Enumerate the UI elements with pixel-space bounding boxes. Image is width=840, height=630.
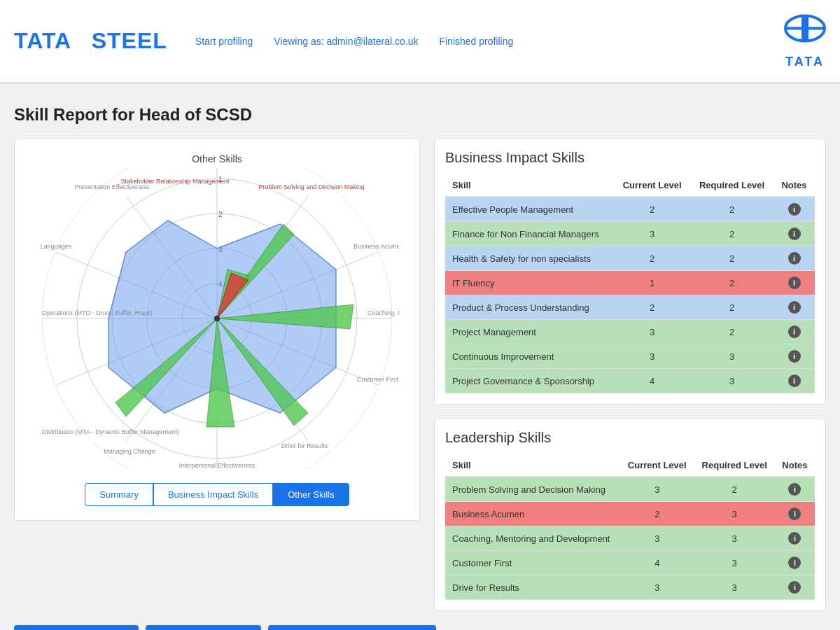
- logo-steel: STEEL: [92, 28, 167, 53]
- info-icon[interactable]: i: [788, 252, 801, 265]
- download-pdf-button[interactable]: Download as PDF ↓: [146, 625, 262, 630]
- current-level: 4: [614, 369, 690, 393]
- current-level: 3: [614, 222, 690, 246]
- notes-cell[interactable]: i: [774, 295, 815, 320]
- required-level: 3: [694, 551, 775, 575]
- svg-text:Interpersonal Effectiveness: Interpersonal Effectiveness: [179, 462, 255, 469]
- tab-other-skills[interactable]: Other Skills: [273, 483, 349, 506]
- required-level: 2: [690, 222, 774, 246]
- notes-cell[interactable]: i: [775, 551, 815, 575]
- notes-cell[interactable]: i: [774, 369, 815, 393]
- current-level: 2: [614, 295, 690, 320]
- tab-business-impact[interactable]: Business Impact Skills: [153, 483, 273, 506]
- tab-buttons: Summary Business Impact Skills Other Ski…: [29, 483, 405, 506]
- nav-finished-profiling[interactable]: Finished profiling: [439, 36, 513, 47]
- current-level: 2: [614, 246, 690, 271]
- info-icon[interactable]: i: [788, 581, 801, 594]
- logo-tata: TATA: [14, 28, 71, 53]
- skill-name: Continuous Improvement: [445, 344, 614, 369]
- notes-cell[interactable]: i: [774, 197, 815, 222]
- info-icon[interactable]: i: [788, 227, 801, 240]
- notes-cell[interactable]: i: [774, 246, 815, 271]
- table-row: Health & Safety for non specialists 2 2 …: [445, 246, 815, 271]
- notes-cell[interactable]: i: [775, 526, 815, 551]
- leadership-title: Leadership Skills: [445, 430, 815, 446]
- svg-text:Distribution (MTA - Dynamic Bu: Distribution (MTA - Dynamic Buffer Manag…: [42, 428, 179, 435]
- header: TATA STEEL Start profiling Viewing as: a…: [0, 0, 840, 84]
- info-icon[interactable]: i: [788, 507, 801, 520]
- required-level: 3: [690, 344, 774, 369]
- chart-title: Other Skills: [29, 153, 405, 164]
- right-panel: Business Impact Skills Skill Current Lev…: [434, 139, 826, 611]
- svg-text:Coaching, Mentoring and Develo: Coaching, Mentoring and Development: [368, 309, 399, 316]
- svg-text:Operations (MTO - Drum, Buffer: Operations (MTO - Drum, Buffer, Rope): [42, 309, 152, 316]
- required-level: 2: [690, 197, 774, 222]
- svg-text:Problem Solving and Decision M: Problem Solving and Decision Making: [258, 183, 365, 190]
- current-level: 2: [620, 502, 694, 526]
- notes-cell[interactable]: i: [774, 271, 815, 295]
- current-level: 3: [614, 320, 690, 344]
- business-impact-card: Business Impact Skills Skill Current Lev…: [434, 139, 826, 405]
- skill-name: Coaching, Mentoring and Development: [445, 526, 620, 551]
- table-row: Drive for Results 3 3 i: [445, 575, 815, 600]
- current-level: 4: [620, 551, 694, 575]
- nav-start-profiling[interactable]: Start profiling: [195, 36, 253, 47]
- notes-cell[interactable]: i: [775, 575, 815, 600]
- skill-name: Project Management: [445, 320, 614, 344]
- tata-right-text: TATA: [785, 55, 825, 69]
- main-content: Skill Report for Head of SCSD Other Skil…: [0, 84, 840, 630]
- info-icon[interactable]: i: [788, 326, 801, 338]
- radar-chart: 4 3 2 1: [35, 168, 399, 469]
- info-icon[interactable]: i: [788, 276, 801, 289]
- notes-cell[interactable]: i: [775, 477, 815, 502]
- info-icon[interactable]: i: [788, 301, 801, 314]
- svg-text:Customer First: Customer First: [357, 376, 399, 383]
- info-icon[interactable]: i: [788, 483, 801, 496]
- col-notes: Notes: [774, 174, 815, 197]
- skill-name: Customer First: [445, 551, 620, 575]
- required-level: 3: [690, 369, 774, 393]
- info-icon[interactable]: i: [788, 374, 801, 387]
- required-level: 3: [694, 526, 775, 551]
- svg-text:Drive for Results: Drive for Results: [281, 442, 328, 449]
- required-level: 2: [694, 477, 775, 502]
- nav-viewing-as[interactable]: Viewing as: admin@ilateral.co.uk: [274, 36, 418, 47]
- bottom-buttons: Submit This Report ↗ Download as PDF ↓ V…: [14, 625, 826, 630]
- view-directory-button[interactable]: View Development Directory 📍: [268, 625, 435, 630]
- table-row: Product & Process Understanding 2 2 i: [445, 295, 815, 320]
- table-row: Business Acumen 2 3 i: [445, 502, 815, 526]
- info-icon[interactable]: i: [788, 556, 801, 569]
- skill-name: Business Acumen: [445, 502, 620, 526]
- header-left: TATA STEEL Start profiling Viewing as: a…: [14, 28, 513, 54]
- skill-name: Health & Safety for non specialists: [445, 246, 614, 271]
- business-impact-title: Business Impact Skills: [445, 150, 815, 166]
- notes-cell[interactable]: i: [775, 502, 815, 526]
- skill-name: Effective People Management: [445, 197, 614, 222]
- required-level: 3: [694, 502, 775, 526]
- leadership-table: Skill Current Level Required Level Notes…: [445, 454, 815, 600]
- info-icon[interactable]: i: [788, 532, 801, 545]
- current-level: 3: [620, 477, 694, 502]
- col-required: Required Level: [690, 174, 774, 197]
- nav: Start profiling Viewing as: admin@ilater…: [195, 36, 514, 47]
- radar-container: 4 3 2 1: [29, 168, 405, 469]
- notes-cell[interactable]: i: [774, 320, 815, 344]
- skill-name: Product & Process Understanding: [445, 295, 614, 320]
- skill-name: IT Fluency: [445, 271, 614, 295]
- table-row: Continuous Improvement 3 3 i: [445, 344, 815, 369]
- submit-report-button[interactable]: Submit This Report ↗: [14, 625, 139, 630]
- current-level: 3: [614, 344, 690, 369]
- info-icon[interactable]: i: [788, 203, 801, 216]
- col-current-l: Current Level: [620, 454, 694, 477]
- logo: TATA STEEL: [14, 28, 167, 54]
- tab-summary[interactable]: Summary: [85, 483, 153, 506]
- required-level: 2: [690, 320, 774, 344]
- notes-cell[interactable]: i: [774, 222, 815, 246]
- current-level: 1: [614, 271, 690, 295]
- svg-text:2: 2: [218, 211, 223, 218]
- svg-text:Presentation Effectiveness: Presentation Effectiveness: [75, 183, 150, 190]
- content-row: Other Skills 4 3 2 1: [14, 139, 826, 611]
- skill-name: Project Governance & Sponsorship: [445, 369, 614, 393]
- notes-cell[interactable]: i: [774, 344, 815, 369]
- info-icon[interactable]: i: [788, 350, 801, 363]
